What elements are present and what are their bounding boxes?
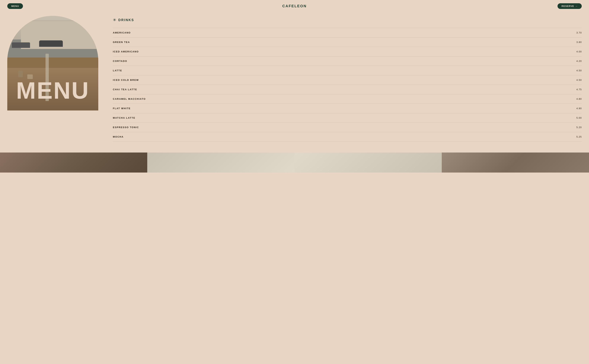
menu-button[interactable]: MENU — [7, 3, 23, 9]
site-logo: CAFELEON — [282, 4, 307, 8]
photo-car1 — [12, 42, 30, 48]
menu-item-name: MOCHA — [113, 135, 123, 138]
bottom-strip-3 — [295, 153, 442, 173]
menu-item-price: 3.80 — [576, 41, 582, 44]
menu-item: CORTADO4.20 — [113, 56, 582, 66]
hero-image-container: MENU — [7, 16, 98, 110]
menu-item-name: CHAI TEA LATTE — [113, 88, 137, 91]
menu-overlay-text: MENU — [16, 79, 90, 102]
bottom-strip — [0, 153, 589, 173]
menu-item: MATCHA LATTE5.00 — [113, 113, 582, 123]
menu-item: ICED COLD BREW4.50 — [113, 75, 582, 85]
menu-item-price: 5.20 — [576, 126, 582, 129]
drinks-header: ✳ DRINKS — [113, 18, 582, 22]
drinks-symbol: ✳ — [113, 18, 116, 22]
menu-item: MOCHA5.25 — [113, 132, 582, 142]
menu-list: AMERICANO3.70GREEN TEA3.80ICED AMERICANO… — [113, 28, 582, 142]
left-section: MENU — [7, 16, 102, 110]
photo-sill — [7, 58, 98, 69]
menu-item-price: 4.00 — [576, 50, 582, 53]
menu-item-name: AMERICANO — [113, 31, 131, 34]
menu-item: LATTE4.50 — [113, 66, 582, 75]
menu-item-name: GREEN TEA — [113, 41, 130, 44]
menu-item-name: CARAMEL MACCHIATO — [113, 98, 146, 100]
menu-item-price: 4.90 — [576, 107, 582, 110]
menu-item: ESPRESSO TONIC5.20 — [113, 123, 582, 132]
navbar: MENU CAFELEON RESERVE — [0, 0, 589, 12]
menu-item-price: 5.00 — [576, 117, 582, 119]
menu-item-price: 3.70 — [576, 31, 582, 34]
menu-item-name: FLAT WHITE — [113, 107, 131, 110]
menu-text-overlay: MENU — [7, 71, 98, 110]
reserve-button[interactable]: RESERVE — [557, 3, 582, 9]
menu-item: AMERICANO3.70 — [113, 28, 582, 38]
menu-item-price: 4.75 — [576, 88, 582, 91]
menu-item-price: 5.25 — [576, 135, 582, 138]
drinks-title: DRINKS — [118, 18, 134, 22]
menu-item-price: 4.80 — [576, 98, 582, 100]
menu-item: CARAMEL MACCHIATO4.80 — [113, 94, 582, 104]
menu-item-name: ICED AMERICANO — [113, 50, 139, 53]
menu-item-name: ESPRESSO TONIC — [113, 126, 139, 129]
menu-item-price: 4.50 — [576, 79, 582, 81]
menu-item-name: CORTADO — [113, 60, 127, 62]
drinks-section: ✳ DRINKS AMERICANO3.70GREEN TEA3.80ICED … — [113, 16, 582, 142]
menu-item-name: ICED COLD BREW — [113, 79, 139, 81]
bottom-strip-1 — [0, 153, 147, 173]
menu-item-price: 4.50 — [576, 69, 582, 72]
photo-car2 — [39, 40, 63, 47]
main-content: MENU ✳ DRINKS AMERICANO3.70GREEN TEA3.80… — [0, 12, 589, 153]
menu-item-name: MATCHA LATTE — [113, 117, 135, 119]
menu-item: GREEN TEA3.80 — [113, 38, 582, 47]
menu-item: CHAI TEA LATTE4.75 — [113, 85, 582, 94]
bottom-strip-4 — [442, 153, 589, 173]
menu-item: ICED AMERICANO4.00 — [113, 47, 582, 56]
bottom-strip-2 — [147, 153, 295, 173]
menu-item: FLAT WHITE4.90 — [113, 104, 582, 113]
menu-item-name: LATTE — [113, 69, 122, 72]
menu-item-price: 4.20 — [576, 60, 582, 62]
